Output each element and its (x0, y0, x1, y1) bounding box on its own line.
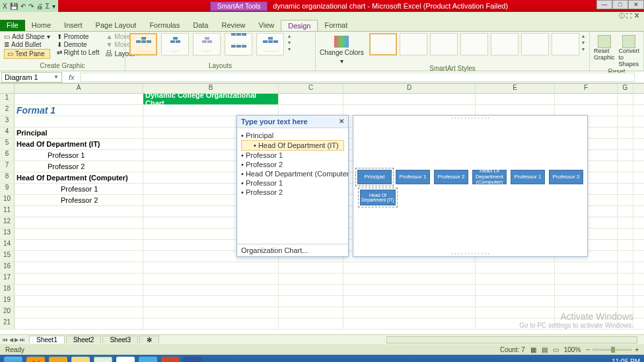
row-header-1[interactable]: 1 (0, 94, 15, 104)
zoom-slider[interactable]: − + (586, 346, 639, 353)
tab-review[interactable]: Review (215, 20, 252, 31)
cell-a4[interactable]: Principal (15, 127, 143, 138)
undo-icon[interactable]: ↶ (20, 3, 26, 10)
tab-file[interactable]: File (0, 20, 25, 31)
node-principal[interactable]: Principal (357, 170, 392, 184)
name-box[interactable]: Diagram 1▼ (1, 72, 62, 83)
taskbar-powerpoint-icon[interactable]: P (161, 357, 180, 362)
text-pane-list[interactable]: Principal Head Of Department (IT) Profes… (237, 128, 348, 244)
tab-format[interactable]: Format (318, 20, 354, 31)
layouts-scroll-down[interactable]: ▾ (288, 40, 291, 46)
layouts-scroll-up[interactable]: ▴ (288, 33, 291, 39)
text-pane-button[interactable]: ▭ Text Pane (4, 49, 50, 59)
taskbar-edge-icon[interactable]: e (139, 357, 157, 362)
col-header-e[interactable]: E (476, 84, 555, 93)
taskbar-chrome-icon[interactable]: ◉ (116, 357, 135, 362)
cell-a5[interactable]: Head Of Department (IT) (15, 139, 143, 149)
cell-a8[interactable]: Head Of Department (Computer) (15, 172, 143, 183)
sheet-tab-2[interactable]: Sheet2 (66, 336, 102, 344)
demote-button[interactable]: ⬇ Demote (57, 41, 100, 48)
taskbar-firefox-icon[interactable]: 🦊 (26, 357, 45, 362)
tp-item-4[interactable]: Head Of Department (Computer) (241, 169, 344, 178)
node-hod-it[interactable]: Head Of Department (IT) (360, 190, 396, 205)
tp-item-2[interactable]: Professor 1 (241, 151, 344, 160)
sheet-nav-next[interactable]: ▶ (15, 337, 18, 343)
right-to-left-button[interactable]: ⇄ Right to Left (57, 49, 100, 56)
col-header-d[interactable]: D (343, 84, 476, 93)
cell-a9[interactable]: Professor 1 (15, 184, 143, 194)
sheet-nav-last[interactable]: ⏭ (20, 337, 25, 343)
add-shape-button[interactable]: ▭ Add Shape ▾ (4, 33, 50, 40)
tp-item-1[interactable]: Head Of Department (IT) (241, 140, 344, 151)
layout-thumb-3[interactable] (193, 33, 221, 55)
text-pane-close-icon[interactable]: ✕ (339, 118, 344, 126)
start-button[interactable]: ⊞ (4, 357, 22, 362)
row-header-10[interactable]: 10 (0, 195, 15, 205)
smartart-container[interactable]: Type your text here✕ Principal Head Of D… (236, 115, 588, 257)
taskbar-clock[interactable]: 11:05 PM 06-12-2022 (606, 358, 640, 362)
smartart-canvas[interactable]: Principal Professor 1 Professor 2 Head O… (353, 115, 588, 257)
tab-formulas[interactable]: Formulas (143, 20, 186, 31)
layout-thumb-2[interactable] (161, 33, 189, 55)
print-icon[interactable]: 🖨 (36, 3, 43, 10)
row-header-2[interactable]: 2 (0, 105, 15, 116)
row-header-4[interactable]: 4 (0, 127, 15, 138)
style-thumb-4[interactable] (460, 33, 488, 55)
col-header-g[interactable]: G (618, 84, 633, 93)
sheet-tab-3[interactable]: Sheet3 (102, 336, 138, 344)
tab-design[interactable]: Design (281, 20, 318, 31)
save-icon[interactable]: 💾 (10, 3, 18, 10)
zoom-out-icon[interactable]: − (586, 346, 590, 353)
reset-graphic-button[interactable]: Reset Graphic (594, 35, 615, 61)
tab-page-layout[interactable]: Page Layout (89, 20, 143, 31)
row-header-8[interactable]: 8 (0, 172, 15, 183)
view-layout-icon[interactable]: ▤ (542, 346, 548, 353)
tp-item-3[interactable]: Professor 2 (241, 160, 344, 169)
add-bullet-button[interactable]: ≣ Add Bullet (4, 41, 50, 48)
tab-data[interactable]: Data (186, 20, 215, 31)
sheet-tab-new[interactable]: ✻ (139, 336, 159, 344)
style-thumb-5[interactable] (491, 33, 519, 55)
redo-icon[interactable]: ↷ (28, 3, 34, 10)
row-header-6[interactable]: 6 (0, 150, 15, 161)
style-thumb-2[interactable] (400, 33, 427, 55)
close-button[interactable]: ✕ (628, 0, 644, 9)
tab-view[interactable]: View (252, 20, 281, 31)
sheet-tab-1[interactable]: Sheet1 (29, 336, 65, 344)
qat-dropdown-icon[interactable]: ▾ (52, 3, 55, 10)
node-prof2b[interactable]: Professor 2 (549, 170, 583, 184)
maximize-button[interactable]: □ (612, 0, 628, 9)
cell-a6[interactable]: Professor 1 (15, 150, 143, 161)
promote-button[interactable]: ⬆ Promote (57, 33, 100, 40)
tab-home[interactable]: Home (25, 20, 57, 31)
layout-thumb-4[interactable] (225, 33, 252, 55)
layout-thumb-1[interactable] (129, 33, 157, 55)
change-colors-button[interactable]: Change Colors ▾ (320, 33, 364, 65)
row-header-9[interactable]: 9 (0, 184, 15, 194)
node-prof1b[interactable]: Professor 1 (511, 170, 545, 184)
row-header-7[interactable]: 7 (0, 161, 15, 172)
sum-icon[interactable]: Σ (46, 3, 50, 10)
style-thumb-1[interactable] (369, 33, 397, 55)
col-header-c[interactable]: C (279, 84, 343, 93)
style-thumb-6[interactable] (521, 33, 549, 55)
cell-a1[interactable] (15, 94, 143, 104)
convert-shapes-button[interactable]: Convert to Shapes (619, 35, 640, 68)
tab-insert[interactable]: Insert (57, 20, 89, 31)
canvas-handle-bottom[interactable] (450, 252, 490, 255)
col-header-a[interactable]: A (15, 84, 143, 93)
style-thumb-7[interactable] (552, 33, 579, 55)
style-thumb-3[interactable] (430, 33, 458, 55)
view-break-icon[interactable]: ▭ (553, 346, 559, 353)
layout-thumb-5[interactable] (256, 33, 284, 55)
zoom-in-icon[interactable]: + (635, 346, 639, 353)
taskbar-excel-icon[interactable]: X (94, 357, 112, 362)
styles-more[interactable]: ▾ (582, 46, 585, 52)
view-normal-icon[interactable]: ▦ (530, 346, 536, 353)
node-hod-comp[interactable]: Head Of Department (Computer) (472, 170, 507, 184)
cell-a10[interactable]: Professor 2 (15, 195, 143, 205)
horizontal-scrollbar[interactable] (386, 336, 637, 344)
text-pane-footer[interactable]: Organization Chart... (237, 244, 348, 256)
minimize-button[interactable]: — (596, 0, 612, 9)
node-prof1[interactable]: Professor 1 (396, 170, 430, 184)
